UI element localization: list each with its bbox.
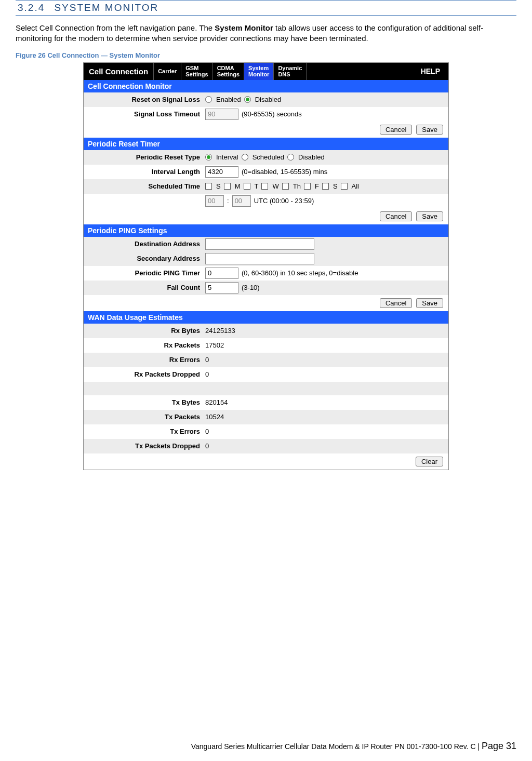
save-button[interactable]: Save [416,298,443,308]
row-signal-loss-timeout: Signal Loss Timeout (90-65535) seconds [84,107,448,122]
checkbox-mon[interactable] [224,183,231,190]
label-reset-on-signal-loss: Reset on Signal Loss [84,96,204,103]
section-heading: 3.2.4 SYSTEM MONITOR [16,0,516,16]
value-tx-packets: 10524 [205,413,224,421]
footer-text: Vanguard Series Multicarrier Cellular Da… [191,742,476,751]
heading-number: 3.2.4 [18,2,45,13]
radio-interval-label: Interval [216,153,238,161]
section-header-periodic-ping: Periodic PING Settings [84,224,448,237]
label-signal-loss-timeout: Signal Loss Timeout [84,110,204,118]
tab-main-label: Cell Connection [84,63,154,80]
checkbox-sun[interactable] [205,183,212,190]
row-rx-packets: Rx Packets17502 [84,338,448,353]
tab-dynamic-dns[interactable]: DynamicDNS [274,63,307,80]
radio-prt-disabled[interactable] [287,154,294,161]
row-destination-address: Destination Address [84,237,448,251]
checkbox-sat[interactable] [322,183,329,190]
save-button[interactable]: Save [416,125,443,135]
heading-title: SYSTEM MONITOR [54,2,158,13]
tab-system-monitor[interactable]: SystemMonitor [244,63,274,80]
radio-scheduled-label: Scheduled [252,153,284,161]
intro-paragraph: Select Cell Connection from the left nav… [16,23,516,44]
checkbox-all[interactable] [341,183,348,190]
section-header-cell-connection-monitor: Cell Connection Monitor [84,80,448,92]
button-row-sec2: Cancel Save [84,208,448,224]
cancel-button[interactable]: Cancel [380,211,412,221]
radio-prt-disabled-label: Disabled [298,153,325,161]
intro-bold: System Monitor [215,23,273,32]
input-ping-timer[interactable] [205,268,238,279]
row-tx-errors: Tx Errors0 [84,424,448,439]
section-header-wan-usage: WAN Data Usage Estimates [84,311,448,324]
input-signal-loss-timeout[interactable] [205,109,238,120]
value-rx-packets: 17502 [205,341,224,349]
tab-help[interactable]: HELP [413,63,448,80]
checkbox-tue[interactable] [244,183,250,190]
row-secondary-address: Secondary Address [84,251,448,266]
label-ping-timer: Periodic PING Timer [84,269,204,277]
checkbox-wed[interactable] [261,183,268,190]
input-interval-length[interactable] [205,166,238,178]
tab-gsm-settings[interactable]: GSMSettings [181,63,212,80]
value-tx-dropped: 0 [205,442,209,450]
input-fail-count[interactable] [205,282,238,293]
time-colon: : [227,197,229,205]
intro-text-a: Select Cell Connection from the left nav… [16,23,215,32]
value-rx-bytes: 24125133 [205,327,235,335]
cancel-button[interactable]: Cancel [380,298,412,308]
hint-signal-loss-timeout: (90-65535) seconds [242,110,302,118]
value-tx-errors: 0 [205,428,209,435]
hint-ping-timer: (0, 60-3600) in 10 sec steps, 0=disable [242,269,358,277]
row-tx-bytes: Tx Bytes820154 [84,395,448,410]
row-gap [84,382,448,395]
figure-caption: Figure 26 Cell Connection — System Monit… [16,51,516,59]
row-tx-dropped: Tx Packets Dropped0 [84,439,448,453]
input-hour[interactable] [205,195,224,207]
row-interval-length: Interval Length (0=disabled, 15-65535) m… [84,165,448,179]
label-secondary-address: Secondary Address [84,255,204,262]
hint-utc: UTC (00:00 - 23:59) [254,197,314,205]
clear-button[interactable]: Clear [416,457,443,466]
radio-disabled-label: Disabled [255,96,282,103]
tab-cdma-settings[interactable]: CDMASettings [213,63,244,80]
tab-bar: Cell Connection Carrier GSMSettings CDMA… [84,63,448,80]
radio-scheduled[interactable] [242,154,248,161]
row-scheduled-clock: : UTC (00:00 - 23:59) [84,194,448,208]
label-interval-length: Interval Length [84,168,204,176]
value-rx-dropped: 0 [205,370,209,378]
hint-fail-count: (3-10) [242,284,260,291]
checkbox-thu[interactable] [282,183,289,190]
radio-enabled-label: Enabled [216,96,241,103]
label-fail-count: Fail Count [84,284,204,291]
row-rx-bytes: Rx Bytes24125133 [84,324,448,338]
row-periodic-reset-type: Periodic Reset Type Interval Scheduled D… [84,150,448,165]
input-destination-address[interactable] [205,238,314,250]
footer-page: Page 31 [482,741,516,751]
footer-sep: | [476,742,482,751]
cancel-button[interactable]: Cancel [380,125,412,135]
value-tx-bytes: 820154 [205,398,228,406]
button-row-sec4: Clear [84,453,448,470]
label-periodic-reset-type: Periodic Reset Type [84,153,204,161]
button-row-sec3: Cancel Save [84,295,448,311]
input-minute[interactable] [232,195,251,207]
save-button[interactable]: Save [416,211,443,221]
value-rx-errors: 0 [205,356,209,364]
row-reset-on-signal-loss: Reset on Signal Loss Enabled Disabled [84,92,448,107]
row-tx-packets: Tx Packets10524 [84,410,448,424]
screenshot-panel: Cell Connection Carrier GSMSettings CDMA… [83,62,449,470]
row-fail-count: Fail Count (3-10) [84,281,448,295]
row-rx-errors: Rx Errors0 [84,353,448,367]
row-rx-dropped: Rx Packets Dropped0 [84,367,448,382]
label-scheduled-time: Scheduled Time [84,182,204,190]
row-scheduled-time: Scheduled Time S M T W Th F S All [84,179,448,194]
hint-interval-length: (0=disabled, 15-65535) mins [242,168,327,176]
input-secondary-address[interactable] [205,253,314,264]
tab-carrier[interactable]: Carrier [154,63,181,80]
checkbox-fri[interactable] [304,183,311,190]
page-footer: Vanguard Series Multicarrier Cellular Da… [191,741,516,752]
button-row-sec1: Cancel Save [84,122,448,138]
radio-interval[interactable] [205,154,212,161]
radio-enabled[interactable] [205,96,212,103]
radio-disabled[interactable] [244,96,251,103]
